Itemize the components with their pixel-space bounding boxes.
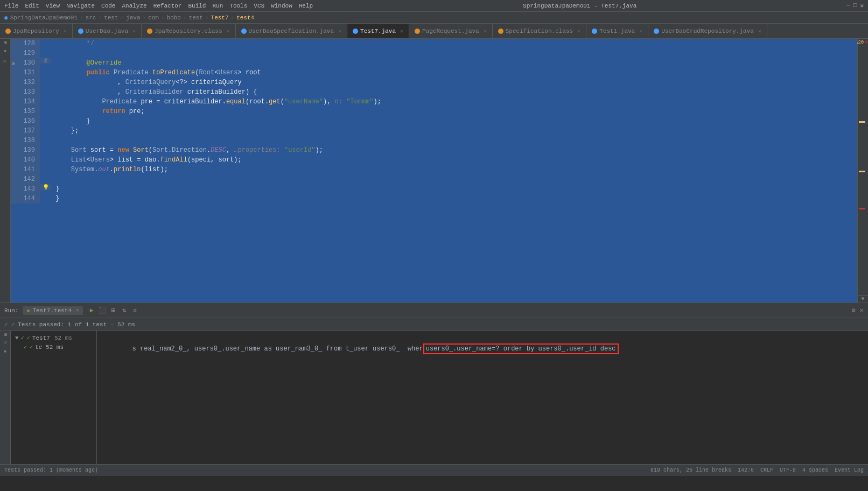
line-num-138: 138 bbox=[11, 136, 40, 145]
tab-pagerequest[interactable]: PageRequest.java ✕ bbox=[409, 24, 493, 38]
test-icon-te: ✓ bbox=[30, 343, 33, 350]
breadcrumb-src[interactable]: src bbox=[86, 15, 96, 21]
menu-code[interactable]: Code bbox=[101, 3, 115, 9]
code-text-139: Sort sort = new Sort(Sort.Direction.DESC… bbox=[51, 145, 857, 155]
tab-icon-jparepository-class bbox=[147, 29, 152, 34]
menu-analyze[interactable]: Analyze bbox=[122, 3, 146, 9]
code-text-130: @Override bbox=[51, 58, 857, 68]
tab-jparepository-class[interactable]: JpaRepository.class ✕ bbox=[142, 24, 235, 38]
tab-close-test1[interactable]: ✕ bbox=[639, 28, 642, 34]
tab-close-userdao[interactable]: ✕ bbox=[132, 28, 136, 34]
tab-label-userdaospecfication: UserDaoSpecfication.java bbox=[249, 28, 334, 34]
line-num-133: 133 bbox=[11, 87, 40, 97]
breadcrumb-com[interactable]: com bbox=[148, 15, 159, 21]
menu-edit[interactable]: Edit bbox=[25, 3, 39, 9]
filter-button[interactable]: ⊞ bbox=[109, 306, 117, 315]
test-icon-test7: ✓ bbox=[26, 334, 30, 341]
menu-navigate[interactable]: Navigate bbox=[66, 3, 95, 9]
stop-button[interactable]: ⬛ bbox=[98, 306, 107, 315]
tab-label-userdaocrud: UserDaoCrudRepository.java bbox=[661, 28, 754, 34]
settings-button[interactable]: ⚙ bbox=[852, 306, 856, 314]
sort-button[interactable]: ⇅ bbox=[120, 306, 128, 315]
menu-refactor[interactable]: Refactor bbox=[153, 3, 182, 9]
breadcrumb-test[interactable]: test bbox=[104, 15, 118, 21]
test-tree-item-te[interactable]: ✓ ✓ te 52 ms bbox=[11, 342, 96, 352]
encoding-status[interactable]: UTF-8 bbox=[780, 467, 796, 473]
tab-close-jparepository[interactable]: ✕ bbox=[64, 28, 67, 34]
tab-userdao[interactable]: UserDao.java ✕ bbox=[73, 24, 142, 38]
breadcrumb-project[interactable]: SpringDataJpaDemo01 bbox=[10, 15, 78, 21]
tab-close-pagerequest[interactable]: ✕ bbox=[484, 28, 487, 34]
tool-icon-1[interactable]: ⊞ bbox=[3, 41, 8, 44]
window-controls[interactable]: ─ □ ✕ bbox=[846, 2, 864, 9]
run-tab-close[interactable]: ✕ bbox=[76, 307, 79, 313]
menu-vcs[interactable]: VCS bbox=[254, 3, 264, 9]
rerun-button[interactable]: ▶ bbox=[87, 306, 96, 315]
event-log-link[interactable]: Event Log bbox=[835, 467, 864, 473]
tab-close-specification-class[interactable]: ✕ bbox=[577, 28, 580, 34]
tab-jparepository[interactable]: JpaRepository ✕ bbox=[0, 24, 73, 38]
status-bar: Tests passed: 1 (moments ago) 819 chars,… bbox=[0, 464, 868, 476]
menu-help[interactable]: Help bbox=[299, 3, 313, 9]
menu-tools[interactable]: Tools bbox=[229, 3, 247, 9]
scroll-down-btn[interactable]: ▼ bbox=[861, 296, 864, 302]
test-label-te: te 52 ms bbox=[35, 344, 64, 350]
tab-close-userdaocrud[interactable]: ✕ bbox=[758, 28, 761, 34]
tab-test1[interactable]: Test1.java ✕ bbox=[586, 24, 648, 38]
breadcrumb-java[interactable]: java bbox=[126, 15, 140, 21]
expand-button[interactable]: » bbox=[130, 306, 139, 315]
tab-label-jparepository: JpaRepository bbox=[13, 28, 59, 34]
tab-test7[interactable]: Test7.java ✕ bbox=[347, 24, 409, 38]
tab-close-userdaospecfication[interactable]: ✕ bbox=[338, 28, 341, 34]
breadcrumb-bobo[interactable]: bobo bbox=[167, 15, 181, 21]
breadcrumb-test2[interactable]: test bbox=[189, 15, 203, 21]
breadcrumb-test4[interactable]: test4 bbox=[236, 15, 254, 21]
line-num-134: 134 bbox=[11, 97, 40, 107]
pass-icon-2: ✓ bbox=[11, 321, 15, 328]
tab-close-jparepository-class[interactable]: ✕ bbox=[227, 28, 230, 34]
project-icon: ◉ bbox=[4, 14, 8, 21]
run-tab[interactable]: ▶ Test7.test4 ✕ bbox=[23, 306, 83, 315]
tab-label-jparepository-class: JpaRepository.class bbox=[155, 28, 222, 34]
breadcrumb-test7[interactable]: Test7 bbox=[211, 15, 229, 21]
code-line-131: 131 public Predicate toPredicate(Root<Us… bbox=[11, 68, 857, 78]
menu-file[interactable]: File bbox=[4, 3, 18, 9]
tab-close-test7[interactable]: ✕ bbox=[400, 28, 403, 34]
code-text-144: } bbox=[51, 194, 857, 204]
tab-userdaocrud[interactable]: UserDaoCrudRepository.java ✕ bbox=[648, 24, 767, 38]
console-line-1: s real_nam2_0_, users0_.user_name as use… bbox=[101, 334, 864, 363]
console-output: s real_nam2_0_, users0_.user_name as use… bbox=[97, 331, 868, 464]
code-text-135: return pre; bbox=[51, 107, 857, 116]
tool-icon-2[interactable]: ◈ bbox=[4, 48, 6, 54]
menu-view[interactable]: View bbox=[46, 3, 60, 9]
menu-window[interactable]: Window bbox=[271, 3, 292, 9]
minimize-button[interactable]: ─ bbox=[846, 2, 850, 9]
scroll-marker-err bbox=[859, 208, 865, 209]
menu-run[interactable]: Run bbox=[212, 3, 223, 9]
close-button[interactable]: ✕ bbox=[860, 2, 864, 9]
line-separator[interactable]: CRLF bbox=[760, 467, 773, 473]
tool-icon-3[interactable]: ▷ bbox=[4, 58, 6, 64]
tab-icon-userdao bbox=[78, 29, 83, 34]
line-num-136: 136 bbox=[11, 116, 40, 126]
main-layout: ⊞ ◈ ▷ 128 */ 129 130 ⊙ bbox=[0, 39, 868, 303]
code-line-138: 138 bbox=[11, 136, 857, 145]
console-text-prefix: s real_nam2_0_, users0_.user_name as use… bbox=[132, 345, 423, 353]
code-text-129 bbox=[51, 48, 857, 58]
tab-label-test1: Test1.java bbox=[599, 28, 635, 34]
code-line-130: 130 ⊙ @ @Override bbox=[11, 58, 857, 68]
indent-status[interactable]: 4 spaces bbox=[802, 467, 828, 473]
lightbulb-icon[interactable]: 💡 bbox=[43, 184, 49, 191]
code-editor[interactable]: 128 */ 129 130 ⊙ @ @Override bbox=[11, 39, 857, 303]
close-panel-button[interactable]: ✕ bbox=[860, 306, 864, 314]
menu-build[interactable]: Build bbox=[188, 3, 206, 9]
maximize-button[interactable]: □ bbox=[853, 2, 857, 9]
status-right: 819 chars, 26 line breaks 142:6 CRLF UTF… bbox=[650, 467, 864, 473]
tab-icon-test1 bbox=[592, 29, 597, 34]
line-num-135: 135 bbox=[11, 107, 40, 116]
test-tree-item-test7[interactable]: ▼ ✓ ✓ Test7 52 ms bbox=[11, 333, 96, 342]
tab-specification-class[interactable]: Specification.class ✕ bbox=[493, 24, 586, 38]
menu-bar[interactable]: File Edit View Navigate Code Analyze Ref… bbox=[4, 3, 313, 9]
code-line-128: 128 */ bbox=[11, 39, 857, 48]
tab-userdaospecfication[interactable]: UserDaoSpecfication.java ✕ bbox=[236, 24, 347, 38]
